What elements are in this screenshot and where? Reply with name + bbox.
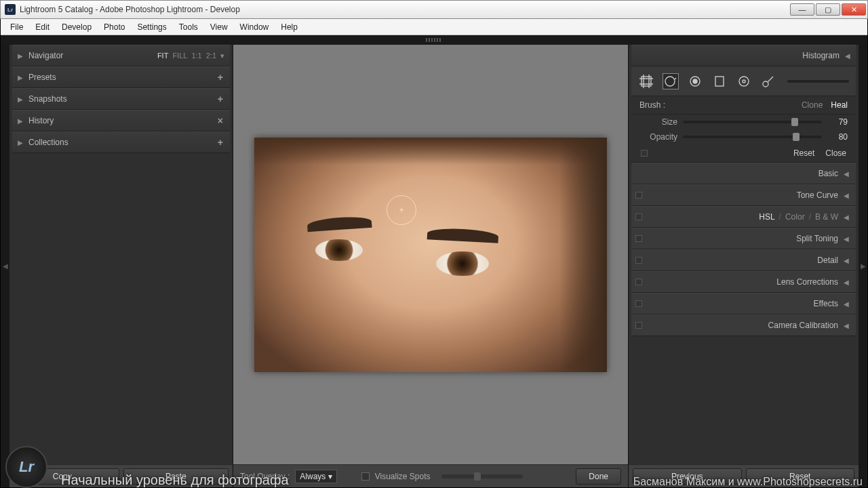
overlay-caption: Начальный уровень для фотографа [61, 472, 289, 488]
spot-removal-tool-icon[interactable] [663, 73, 679, 89]
panel-tone-curve[interactable]: Tone Curve◀ [631, 184, 856, 206]
bw-tab[interactable]: B & W [815, 212, 838, 222]
chevron-left-icon: ◀ [844, 279, 849, 286]
size-value[interactable]: 79 [829, 117, 848, 127]
panel-effects[interactable]: Effects◀ [631, 293, 856, 314]
image-canvas[interactable] [233, 45, 628, 464]
graduated-filter-tool-icon[interactable] [711, 73, 728, 89]
menu-edit[interactable]: Edit [30, 20, 55, 34]
panel-switch-icon[interactable] [635, 300, 642, 307]
chevron-right-icon: ▶ [18, 96, 23, 103]
snapshots-add-icon[interactable]: + [216, 94, 224, 104]
svg-rect-4 [715, 77, 724, 86]
menu-window[interactable]: Window [235, 20, 275, 34]
photo-preview[interactable] [254, 138, 607, 372]
panel-hsl[interactable]: HSL/ Color/ B & W ◀ [631, 206, 856, 228]
panel-basic[interactable]: Basic◀ [631, 163, 856, 184]
panel-switch-icon[interactable] [635, 192, 642, 199]
window-titlebar: Lr Lightroom 5 Catalog - Adobe Photoshop… [0, 0, 868, 19]
photo-detail [315, 239, 363, 261]
panel-switch-icon[interactable] [635, 235, 642, 242]
opacity-slider[interactable] [683, 136, 822, 138]
right-edge-collapse[interactable]: ▶ [859, 45, 867, 487]
panel-navigator[interactable]: ▶ Navigator FIT FILL 1:1 2:1 ▾ [12, 45, 230, 66]
menu-help[interactable]: Help [275, 20, 303, 34]
panel-snapshots[interactable]: ▶ Snapshots + [12, 88, 230, 110]
chevron-left-icon: ◀ [844, 300, 849, 308]
panel-histogram[interactable]: Histogram ◀ [631, 45, 856, 66]
right-panel: Histogram ◀ Brush : Clone Heal [628, 45, 859, 487]
menu-develop[interactable]: Develop [56, 20, 97, 34]
zoom-2to1[interactable]: 2:1 [206, 52, 216, 60]
visualize-spots-slider[interactable] [441, 474, 523, 479]
opacity-label: Opacity [639, 132, 677, 142]
svg-point-5 [739, 77, 749, 86]
panel-detail[interactable]: Detail◀ [631, 249, 856, 271]
canvas-toolbar: Tool Overlay : Always ▾ Visualize Spots … [233, 464, 628, 487]
left-panel: ▶ Navigator FIT FILL 1:1 2:1 ▾ ▶ Presets… [9, 45, 233, 487]
zoom-menu-icon[interactable]: ▾ [220, 52, 224, 60]
crop-tool-icon[interactable] [638, 73, 654, 89]
panel-lens-corrections[interactable]: Lens Corrections◀ [631, 271, 856, 293]
size-slider[interactable] [683, 121, 822, 123]
zoom-fit[interactable]: FIT [157, 52, 169, 60]
left-edge-collapse[interactable]: ◀ [1, 45, 9, 487]
done-button[interactable]: Done [576, 468, 621, 485]
menu-view[interactable]: View [205, 20, 233, 34]
panel-history-label: History [28, 116, 54, 125]
panel-switch-icon[interactable] [635, 279, 642, 285]
photo-detail [427, 227, 499, 243]
panel-switch-icon[interactable] [635, 322, 642, 329]
redeye-tool-icon[interactable] [687, 73, 703, 89]
menu-tools[interactable]: Tools [174, 20, 203, 34]
zoom-fill[interactable]: FILL [172, 52, 187, 60]
panel-split-toning[interactable]: Split Toning◀ [631, 228, 856, 249]
brush-heal-option[interactable]: Heal [831, 100, 848, 110]
chevron-right-icon: ▶ [18, 52, 23, 60]
maximize-button[interactable]: ▢ [816, 3, 840, 16]
minimize-button[interactable]: — [790, 3, 814, 16]
panel-switch-icon[interactable] [635, 257, 642, 264]
svg-point-7 [763, 81, 768, 87]
tool-slider[interactable] [787, 80, 849, 83]
svg-rect-0 [642, 77, 651, 86]
visualize-spots-checkbox[interactable] [361, 472, 370, 481]
heal-cursor-icon [387, 195, 416, 225]
chevron-right-icon: ▶ [18, 74, 23, 81]
top-grip[interactable] [1, 35, 867, 45]
panel-history[interactable]: ▶ History × [12, 110, 230, 131]
brush-reset-button[interactable]: Reset [793, 148, 814, 158]
menu-file[interactable]: File [5, 20, 28, 34]
collections-add-icon[interactable]: + [216, 137, 224, 148]
chevron-left-icon: ◀ [845, 52, 850, 60]
panel-camera-calibration[interactable]: Camera Calibration◀ [631, 314, 856, 336]
menu-settings[interactable]: Settings [132, 20, 172, 34]
history-clear-icon[interactable]: × [216, 115, 224, 126]
panel-presets[interactable]: ▶ Presets + [12, 66, 230, 88]
brush-close-button[interactable]: Close [825, 148, 846, 158]
size-slider-row: Size 79 [631, 115, 856, 129]
panel-collections[interactable]: ▶ Collections + [12, 131, 230, 153]
panel-collections-label: Collections [28, 138, 68, 147]
size-label: Size [639, 117, 677, 127]
panel-switch-icon[interactable] [635, 214, 642, 220]
hsl-tab[interactable]: HSL [759, 212, 774, 222]
zoom-1to1[interactable]: 1:1 [191, 52, 201, 60]
chevron-left-icon: ◀ [844, 214, 849, 221]
panel-navigator-label: Navigator [28, 51, 63, 60]
panel-presets-label: Presets [28, 73, 56, 82]
window-title: Lightroom 5 Catalog - Adobe Photoshop Li… [20, 5, 240, 14]
presets-add-icon[interactable]: + [216, 72, 224, 83]
radial-filter-tool-icon[interactable] [736, 73, 752, 89]
panel-switch-icon[interactable] [641, 150, 648, 157]
adjustment-brush-tool-icon[interactable] [760, 73, 776, 89]
menu-photo[interactable]: Photo [98, 20, 130, 34]
tool-overlay-select[interactable]: Always ▾ [295, 470, 336, 483]
opacity-value[interactable]: 80 [829, 132, 848, 142]
brush-buttons-row: Reset Close [631, 144, 856, 163]
color-tab[interactable]: Color [785, 212, 805, 222]
chevron-left-icon: ◀ [844, 170, 849, 178]
chevron-right-icon: ▶ [18, 139, 23, 146]
close-button[interactable]: ✕ [842, 3, 866, 16]
brush-clone-option[interactable]: Clone [802, 100, 823, 110]
